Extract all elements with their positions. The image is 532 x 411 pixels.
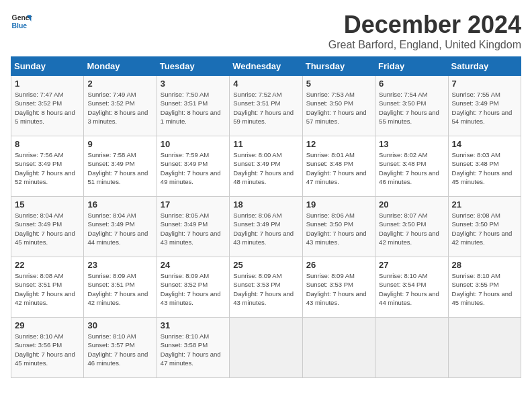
calendar-cell: 24Sunrise: 8:09 AMSunset: 3:52 PMDayligh…: [157, 257, 229, 318]
calendar-cell: 1Sunrise: 7:47 AMSunset: 3:52 PMDaylight…: [11, 76, 84, 136]
calendar-cell: 6Sunrise: 7:54 AMSunset: 3:50 PMDaylight…: [375, 76, 448, 136]
day-info: Sunrise: 8:06 AMSunset: 3:49 PMDaylight:…: [233, 211, 298, 246]
day-number: 6: [379, 79, 444, 89]
day-info: Sunrise: 8:05 AMSunset: 3:49 PMDaylight:…: [161, 211, 226, 246]
calendar-cell: 14Sunrise: 8:03 AMSunset: 3:48 PMDayligh…: [448, 136, 521, 197]
day-number: 15: [15, 199, 80, 210]
day-number: 12: [306, 139, 371, 149]
calendar-cell: 22Sunrise: 8:08 AMSunset: 3:51 PMDayligh…: [11, 257, 84, 318]
day-info: Sunrise: 8:07 AMSunset: 3:50 PMDaylight:…: [379, 211, 444, 246]
day-number: 28: [452, 260, 517, 270]
calendar-cell: 18Sunrise: 8:06 AMSunset: 3:49 PMDayligh…: [230, 197, 302, 257]
day-info: Sunrise: 7:58 AMSunset: 3:49 PMDaylight:…: [87, 150, 152, 186]
header-cell-sunday: Sunday: [11, 57, 84, 76]
day-info: Sunrise: 8:04 AMSunset: 3:49 PMDaylight:…: [15, 211, 80, 246]
day-number: 5: [306, 79, 371, 89]
header-cell-saturday: Saturday: [448, 57, 521, 76]
calendar-cell: 25Sunrise: 8:09 AMSunset: 3:53 PMDayligh…: [230, 257, 302, 318]
calendar-week-row: 1Sunrise: 7:47 AMSunset: 3:52 PMDaylight…: [11, 76, 521, 136]
calendar-week-row: 8Sunrise: 7:56 AMSunset: 3:49 PMDaylight…: [11, 136, 521, 197]
day-info: Sunrise: 7:53 AMSunset: 3:50 PMDaylight:…: [306, 90, 371, 126]
day-number: 27: [379, 260, 444, 270]
day-number: 1: [15, 79, 80, 89]
day-info: Sunrise: 8:10 AMSunset: 3:57 PMDaylight:…: [87, 332, 152, 367]
calendar-cell: 13Sunrise: 8:02 AMSunset: 3:48 PMDayligh…: [375, 136, 448, 197]
calendar-cell: [230, 318, 302, 378]
day-info: Sunrise: 7:47 AMSunset: 3:52 PMDaylight:…: [15, 90, 80, 126]
day-info: Sunrise: 8:09 AMSunset: 3:52 PMDaylight:…: [161, 271, 226, 307]
calendar-week-row: 29Sunrise: 8:10 AMSunset: 3:56 PMDayligh…: [11, 318, 521, 378]
calendar-cell: 17Sunrise: 8:05 AMSunset: 3:49 PMDayligh…: [157, 197, 229, 257]
calendar-cell: 23Sunrise: 8:09 AMSunset: 3:51 PMDayligh…: [84, 257, 157, 318]
day-number: 18: [233, 199, 298, 210]
day-number: 29: [15, 320, 80, 330]
day-info: Sunrise: 8:04 AMSunset: 3:49 PMDaylight:…: [87, 211, 152, 246]
day-number: 21: [452, 199, 517, 210]
calendar-cell: 19Sunrise: 8:06 AMSunset: 3:50 PMDayligh…: [302, 197, 375, 257]
day-info: Sunrise: 7:56 AMSunset: 3:49 PMDaylight:…: [15, 150, 80, 186]
day-info: Sunrise: 8:03 AMSunset: 3:48 PMDaylight:…: [452, 150, 517, 186]
calendar-week-row: 22Sunrise: 8:08 AMSunset: 3:51 PMDayligh…: [11, 257, 521, 318]
day-info: Sunrise: 8:09 AMSunset: 3:51 PMDaylight:…: [87, 271, 152, 307]
day-info: Sunrise: 8:10 AMSunset: 3:58 PMDaylight:…: [161, 332, 226, 367]
day-info: Sunrise: 7:49 AMSunset: 3:52 PMDaylight:…: [87, 90, 152, 126]
day-number: 25: [233, 260, 298, 270]
subtitle: Great Barford, England, United Kingdom: [328, 39, 521, 51]
day-info: Sunrise: 8:09 AMSunset: 3:53 PMDaylight:…: [306, 271, 371, 307]
day-number: 23: [87, 260, 152, 270]
day-number: 4: [233, 79, 298, 89]
header-cell-friday: Friday: [375, 57, 448, 76]
day-number: 24: [161, 260, 226, 270]
header: General Blue December 2024 Great Barford…: [11, 11, 521, 51]
header-cell-wednesday: Wednesday: [230, 57, 302, 76]
calendar-cell: 15Sunrise: 8:04 AMSunset: 3:49 PMDayligh…: [11, 197, 84, 257]
day-number: 31: [161, 320, 226, 330]
calendar-cell: 4Sunrise: 7:52 AMSunset: 3:51 PMDaylight…: [230, 76, 302, 136]
day-info: Sunrise: 7:52 AMSunset: 3:51 PMDaylight:…: [233, 90, 298, 126]
calendar-cell: 21Sunrise: 8:08 AMSunset: 3:50 PMDayligh…: [448, 197, 521, 257]
calendar-cell: 31Sunrise: 8:10 AMSunset: 3:58 PMDayligh…: [157, 318, 229, 378]
day-number: 3: [161, 79, 226, 89]
day-number: 11: [233, 139, 298, 149]
day-number: 16: [87, 199, 152, 210]
calendar-cell: 3Sunrise: 7:50 AMSunset: 3:51 PMDaylight…: [157, 76, 229, 136]
calendar-body: 1Sunrise: 7:47 AMSunset: 3:52 PMDaylight…: [11, 76, 521, 378]
calendar-table: SundayMondayTuesdayWednesdayThursdayFrid…: [11, 56, 521, 378]
day-info: Sunrise: 8:01 AMSunset: 3:48 PMDaylight:…: [306, 150, 371, 186]
calendar-cell: 9Sunrise: 7:58 AMSunset: 3:49 PMDaylight…: [84, 136, 157, 197]
day-info: Sunrise: 8:09 AMSunset: 3:53 PMDaylight:…: [233, 271, 298, 307]
calendar-cell: 12Sunrise: 8:01 AMSunset: 3:48 PMDayligh…: [302, 136, 375, 197]
calendar-cell: 27Sunrise: 8:10 AMSunset: 3:54 PMDayligh…: [375, 257, 448, 318]
day-info: Sunrise: 7:50 AMSunset: 3:51 PMDaylight:…: [161, 90, 226, 126]
calendar-cell: [302, 318, 375, 378]
day-number: 7: [452, 79, 517, 89]
day-info: Sunrise: 8:10 AMSunset: 3:56 PMDaylight:…: [15, 332, 80, 367]
day-number: 13: [379, 139, 444, 149]
calendar-cell: [448, 318, 521, 378]
calendar-cell: 29Sunrise: 8:10 AMSunset: 3:56 PMDayligh…: [11, 318, 84, 378]
calendar-title: December 2024: [328, 11, 521, 39]
day-number: 9: [87, 139, 152, 149]
day-info: Sunrise: 7:55 AMSunset: 3:49 PMDaylight:…: [452, 90, 517, 126]
logo: General Blue: [11, 11, 32, 32]
day-info: Sunrise: 8:10 AMSunset: 3:55 PMDaylight:…: [452, 271, 517, 307]
day-number: 2: [87, 79, 152, 89]
calendar-cell: [375, 318, 448, 378]
day-number: 10: [161, 139, 226, 149]
day-number: 26: [306, 260, 371, 270]
day-number: 17: [161, 199, 226, 210]
day-info: Sunrise: 8:06 AMSunset: 3:50 PMDaylight:…: [306, 211, 371, 246]
header-cell-tuesday: Tuesday: [157, 57, 229, 76]
day-number: 14: [452, 139, 517, 149]
calendar-cell: 30Sunrise: 8:10 AMSunset: 3:57 PMDayligh…: [84, 318, 157, 378]
calendar-cell: 8Sunrise: 7:56 AMSunset: 3:49 PMDaylight…: [11, 136, 84, 197]
calendar-cell: 10Sunrise: 7:59 AMSunset: 3:49 PMDayligh…: [157, 136, 229, 197]
day-number: 20: [379, 199, 444, 210]
day-number: 8: [15, 139, 80, 149]
calendar-cell: 20Sunrise: 8:07 AMSunset: 3:50 PMDayligh…: [375, 197, 448, 257]
header-cell-thursday: Thursday: [302, 57, 375, 76]
calendar-cell: 5Sunrise: 7:53 AMSunset: 3:50 PMDaylight…: [302, 76, 375, 136]
calendar-header-row: SundayMondayTuesdayWednesdayThursdayFrid…: [11, 57, 521, 76]
calendar-week-row: 15Sunrise: 8:04 AMSunset: 3:49 PMDayligh…: [11, 197, 521, 257]
day-info: Sunrise: 8:08 AMSunset: 3:50 PMDaylight:…: [452, 211, 517, 246]
